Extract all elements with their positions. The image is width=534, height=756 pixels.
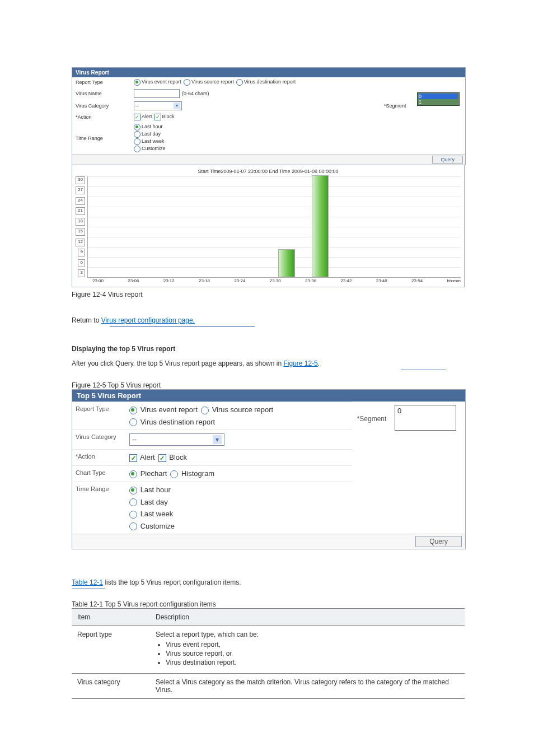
table-12-1-caption: Table 12-1 Top 5 Virus report configurat… xyxy=(72,600,523,608)
virus-name-hint: (0-64 chars) xyxy=(182,91,209,96)
virus-name-input[interactable] xyxy=(134,89,180,98)
table-cell-item: Virus category xyxy=(72,674,150,699)
query-button[interactable]: Query xyxy=(432,156,463,164)
list-item: Virus source report, or xyxy=(166,650,459,657)
chart-title: Start Time2009-01-07 23:00:00 End Time 2… xyxy=(76,169,461,174)
table-link-after: lists the top 5 Virus report configurati… xyxy=(103,578,241,586)
figure-12-5-caption: Figure 12-5 Top 5 Virus report xyxy=(72,381,523,389)
chart-plot xyxy=(87,176,461,278)
action-label: *Action xyxy=(76,114,132,120)
radio-virus-event[interactable]: Virus event report xyxy=(134,79,181,86)
p2-radio-customize[interactable]: Customize xyxy=(129,522,175,531)
chevron-down-icon: ▾ xyxy=(213,435,222,444)
checkbox-block[interactable]: ✓Block xyxy=(154,114,175,120)
table-header-item: Item xyxy=(72,609,150,626)
p2-virus-category-select[interactable]: -- ▾ xyxy=(129,433,224,446)
radio-last-hour[interactable]: Last hour xyxy=(134,124,166,130)
return-link[interactable]: Virus report configuration page. xyxy=(101,316,195,324)
p2-radio-last-day[interactable]: Last day xyxy=(129,498,168,507)
figure5-intro: After you click Query, the top 5 Virus r… xyxy=(72,360,283,367)
chart-x-axis: 23:00 23:06 23:12 23:18 23:24 23:30 23:3… xyxy=(92,277,461,283)
table-12-1: Item Description Report type Select a re… xyxy=(72,608,465,699)
panel-title: Virus Report xyxy=(72,68,465,77)
p2-segment-label: *Segment xyxy=(352,402,391,534)
p2-radio-last-hour[interactable]: Last hour xyxy=(129,486,171,494)
p2-report-type-label: Report Type xyxy=(72,402,126,430)
p2-action-label: *Action xyxy=(72,450,126,465)
p2-checkbox-block[interactable]: ✓ Block xyxy=(158,453,187,462)
radio-virus-source[interactable]: Virus source report xyxy=(184,79,234,86)
p2-virus-category-label: Virus Category xyxy=(72,430,126,449)
table-12-1-link[interactable]: Table 12-1 xyxy=(72,578,103,586)
figure-12-4-caption: Figure 12-4 Virus report xyxy=(72,291,523,298)
table-cell-desc: Select a report type, which can be: Viru… xyxy=(150,626,465,674)
table-cell-desc: Select a Virus category as the match cri… xyxy=(150,674,465,699)
table-row: Report type Select a report type, which … xyxy=(72,626,465,674)
virus-name-label: Virus Name xyxy=(76,91,132,96)
figure5-link[interactable]: Figure 12-5 xyxy=(283,360,317,367)
virus-category-select[interactable]: -- ▾ xyxy=(134,101,182,110)
return-text: Return to xyxy=(72,316,101,324)
chart-bar xyxy=(278,249,295,277)
p2-radio-histogram[interactable]: Histogram xyxy=(170,469,214,478)
chevron-down-icon: ▾ xyxy=(174,102,180,109)
p2-radio-virus-destination[interactable]: Virus destination report xyxy=(129,418,215,427)
segment-option-0[interactable]: 0 xyxy=(419,94,458,99)
p2-radio-virus-event[interactable]: Virus event report xyxy=(129,405,198,414)
table-header-description: Description xyxy=(150,609,465,626)
checkbox-alert[interactable]: ✓Alert xyxy=(134,114,152,120)
list-item: Virus event report, xyxy=(166,641,459,648)
time-range-label: Time Range xyxy=(76,136,132,141)
p2-radio-virus-source[interactable]: Virus source report xyxy=(201,405,273,414)
chart-y-axis: 30 27 24 21 18 15 12 9 6 3 xyxy=(76,176,87,277)
p2-radio-piechart[interactable]: Piechart xyxy=(129,469,167,478)
radio-customize[interactable]: Customize xyxy=(134,146,166,152)
p2-time-range-label: Time Range xyxy=(72,482,126,534)
p2-radio-last-week[interactable]: Last week xyxy=(129,510,173,519)
radio-last-week[interactable]: Last week xyxy=(134,138,166,145)
table-row: Virus category Select a Virus category a… xyxy=(72,674,465,699)
list-item: Virus destination report. xyxy=(166,659,459,666)
displaying-heading: Displaying the top 5 Virus report xyxy=(72,344,523,354)
virus-category-label: Virus Category xyxy=(76,103,132,109)
panel2-title: Top 5 Virus Report xyxy=(72,390,465,402)
radio-last-day[interactable]: Last day xyxy=(134,131,166,138)
table-cell-item: Report type xyxy=(72,626,150,674)
radio-virus-destination[interactable]: Virus destination report xyxy=(236,79,296,86)
segment-select[interactable]: 0 1 xyxy=(417,92,460,106)
segment-option-1[interactable]: 1 xyxy=(419,99,458,105)
p2-checkbox-alert[interactable]: ✓ Alert xyxy=(129,453,155,462)
segment-label: *Segment xyxy=(384,103,415,109)
virus-report-chart: Start Time2009-01-07 23:00:00 End Time 2… xyxy=(72,165,465,287)
virus-report-panel: Virus Report Report Type Virus event rep… xyxy=(72,67,466,165)
p2-chart-type-label: Chart Type xyxy=(72,466,126,482)
report-type-label: Report Type xyxy=(76,80,132,85)
top5-virus-report-panel: Top 5 Virus Report Report Type Virus eve… xyxy=(72,389,466,549)
p2-segment-select[interactable]: 0 xyxy=(395,405,456,431)
chart-bar xyxy=(312,175,329,277)
p2-query-button[interactable]: Query xyxy=(415,536,462,547)
